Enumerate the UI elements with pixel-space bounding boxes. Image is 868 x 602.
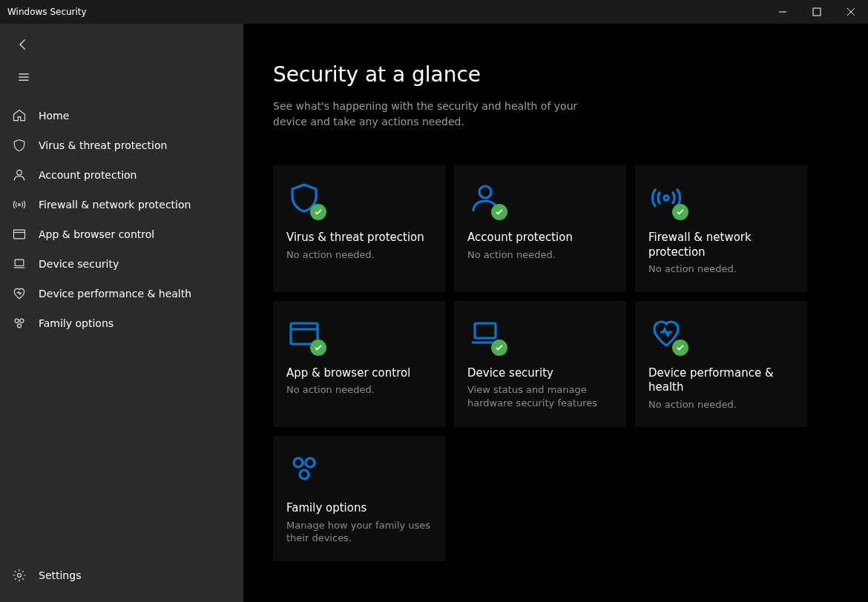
main-content: Security at a glance See what's happenin… xyxy=(243,24,868,602)
heart-icon xyxy=(12,286,27,301)
antenna-icon xyxy=(648,180,684,216)
tile-title: Virus & threat protection xyxy=(286,231,432,245)
back-button[interactable] xyxy=(9,30,39,59)
tile-family[interactable]: Family optionsManage how your family use… xyxy=(273,436,445,561)
tile-subtitle: No action needed. xyxy=(467,248,613,262)
sidebar-item-label: Device security xyxy=(39,258,119,270)
status-badge-ok xyxy=(491,340,507,356)
titlebar: Windows Security xyxy=(0,0,868,24)
sidebar-item-label: Virus & threat protection xyxy=(39,139,167,151)
maximize-button[interactable] xyxy=(800,0,834,24)
tile-antenna[interactable]: Firewall & network protectionNo action n… xyxy=(635,165,807,292)
sidebar-item-label: Settings xyxy=(39,569,81,581)
page-subtitle: See what's happening with the security a… xyxy=(273,99,585,130)
sidebar-nav: HomeVirus & threat protectionAccount pro… xyxy=(0,101,243,555)
sidebar: HomeVirus & threat protectionAccount pro… xyxy=(0,24,243,602)
browser-icon xyxy=(12,227,27,242)
shield-icon xyxy=(12,138,27,153)
sidebar-item-label: Family options xyxy=(39,317,114,329)
sidebar-item-person[interactable]: Account protection xyxy=(0,160,243,190)
tile-title: Account protection xyxy=(467,231,613,245)
window-title: Windows Security xyxy=(7,7,766,17)
status-badge-ok xyxy=(672,204,688,220)
sidebar-item-heart[interactable]: Device performance & health xyxy=(0,279,243,308)
family-icon xyxy=(286,451,322,486)
tile-title: Device performance & health xyxy=(648,366,794,395)
tile-person[interactable]: Account protectionNo action needed. xyxy=(454,165,626,292)
heart-icon xyxy=(648,316,684,351)
tile-title: Family options xyxy=(286,501,432,516)
laptop-icon xyxy=(467,316,503,351)
tile-title: Firewall & network protection xyxy=(648,231,794,259)
family-icon xyxy=(12,316,27,331)
page-title: Security at a glance xyxy=(273,62,838,87)
home-icon xyxy=(12,108,27,123)
tile-subtitle: View status and manage hardware security… xyxy=(467,383,613,409)
tile-heart[interactable]: Device performance & healthNo action nee… xyxy=(635,301,807,428)
person-icon xyxy=(12,168,27,182)
sidebar-item-antenna[interactable]: Firewall & network protection xyxy=(0,190,243,219)
close-button[interactable] xyxy=(834,0,868,24)
sidebar-item-browser[interactable]: App & browser control xyxy=(0,219,243,249)
gear-icon xyxy=(12,568,27,583)
sidebar-item-label: App & browser control xyxy=(39,228,154,240)
minimize-button[interactable] xyxy=(766,0,800,24)
sidebar-item-settings[interactable]: Settings xyxy=(0,560,243,590)
tile-browser[interactable]: App & browser controlNo action needed. xyxy=(273,301,445,428)
browser-icon xyxy=(286,316,322,351)
status-badge-ok xyxy=(491,204,507,220)
sidebar-item-laptop[interactable]: Device security xyxy=(0,249,243,279)
status-badge-ok xyxy=(310,340,326,356)
tile-subtitle: No action needed. xyxy=(648,398,794,411)
tile-subtitle: No action needed. xyxy=(286,383,432,397)
sidebar-item-label: Home xyxy=(39,110,69,122)
tile-laptop[interactable]: Device securityView status and manage ha… xyxy=(454,301,626,428)
status-badge-ok xyxy=(672,340,688,356)
tile-shield[interactable]: Virus & threat protectionNo action neede… xyxy=(273,165,445,292)
laptop-icon xyxy=(12,257,27,271)
tile-subtitle: No action needed. xyxy=(648,262,794,276)
tile-subtitle: No action needed. xyxy=(286,248,432,262)
sidebar-item-label: Device performance & health xyxy=(39,288,191,300)
sidebar-item-home[interactable]: Home xyxy=(0,101,243,130)
tile-subtitle: Manage how your family uses their device… xyxy=(286,519,432,545)
tiles-grid: Virus & threat protectionNo action neede… xyxy=(273,165,838,561)
shield-icon xyxy=(286,180,322,216)
antenna-icon xyxy=(12,197,27,212)
status-badge-ok xyxy=(310,204,326,220)
sidebar-item-family[interactable]: Family options xyxy=(0,308,243,338)
sidebar-item-label: Firewall & network protection xyxy=(39,199,191,211)
tile-title: Device security xyxy=(467,366,613,381)
tile-title: App & browser control xyxy=(286,366,432,381)
person-icon xyxy=(467,180,503,216)
sidebar-item-label: Account protection xyxy=(39,169,137,181)
hamburger-button[interactable] xyxy=(9,62,39,92)
sidebar-item-shield[interactable]: Virus & threat protection xyxy=(0,130,243,160)
